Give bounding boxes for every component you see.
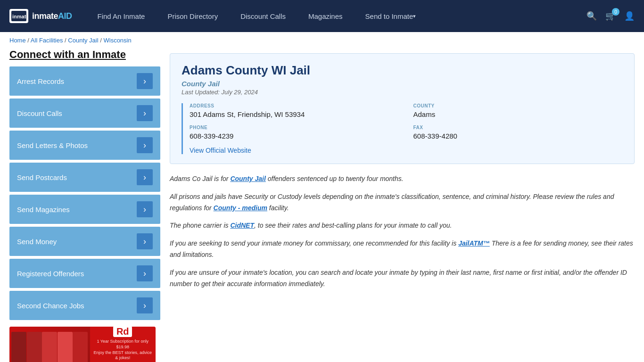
rd-logo: Rd xyxy=(113,327,132,337)
sidebar-btn-arrest-records[interactable]: Arrest Records › xyxy=(9,66,160,96)
sidebar-title: Connect with an Inmate xyxy=(9,49,160,61)
sidebar-btn-discount-calls[interactable]: Discount Calls › xyxy=(9,99,160,128)
breadcrumb: Home / All Facilities / County Jail / Wi… xyxy=(0,32,644,49)
facility-type: County Jail xyxy=(182,80,623,88)
sidebar-btn-send-letters[interactable]: Send Letters & Photos › xyxy=(9,131,160,160)
facility-website-block: View Official Website xyxy=(190,147,399,154)
main-content: Adams County WI Jail County Jail Last Up… xyxy=(170,49,635,362)
breadcrumb-wisconsin[interactable]: Wisconsin xyxy=(103,37,131,44)
main-container: Connect with an Inmate Arrest Records › … xyxy=(0,49,644,362)
cart-icon[interactable]: 🛒 0 xyxy=(605,11,616,21)
desc-para4: If you are seeking to send your inmate m… xyxy=(170,238,635,261)
facility-website-link[interactable]: View Official Website xyxy=(190,147,251,154)
sidebar-btn-send-magazines[interactable]: Send Magazines › xyxy=(9,195,160,224)
desc-para5: If you are unsure of your inmate's locat… xyxy=(170,267,635,290)
county-medium-link[interactable]: County - medium xyxy=(214,204,267,212)
fax-value: 608-339-4280 xyxy=(413,132,623,140)
logo[interactable]: inmate AID inmateAID xyxy=(9,9,72,23)
sidebar-btn-second-chance-jobs[interactable]: Second Chance Jobs › xyxy=(9,291,160,320)
facility-fax-block: FAX 608-339-4280 xyxy=(413,125,623,140)
facility-info-grid: ADDRESS 301 Adams St, Friendship, WI 539… xyxy=(182,103,623,154)
address-label: ADDRESS xyxy=(190,103,399,108)
phone-label: PHONE xyxy=(190,125,399,130)
sidebar-btn-registered-offenders[interactable]: Registered Offenders › xyxy=(9,259,160,288)
ad-subtext: 1 Year Subscription for only $19.98Enjoy… xyxy=(93,339,153,361)
arrow-icon: › xyxy=(137,201,153,217)
fax-label: FAX xyxy=(413,125,623,130)
arrow-icon: › xyxy=(137,265,153,281)
arrow-icon: › xyxy=(137,137,153,153)
sidebar-advertisement[interactable]: Rd 1 Year Subscription for only $19.98En… xyxy=(9,327,156,362)
breadcrumb-home[interactable]: Home xyxy=(9,37,26,44)
arrow-icon: › xyxy=(137,297,153,313)
breadcrumb-county-jail[interactable]: County Jail xyxy=(68,37,98,44)
sidebar-btn-send-postcards[interactable]: Send Postcards › xyxy=(9,163,160,192)
county-label: COUNTY xyxy=(413,103,623,108)
svg-text:inmate: inmate xyxy=(12,14,26,19)
phone-value: 608-339-4239 xyxy=(190,132,399,140)
facility-phone-block: PHONE 608-339-4239 xyxy=(190,125,399,140)
facility-last-updated: Last Updated: July 29, 2024 xyxy=(182,89,623,96)
search-icon[interactable]: 🔍 xyxy=(586,11,597,21)
address-value: 301 Adams St, Friendship, WI 53934 xyxy=(190,110,399,118)
county-jail-link[interactable]: County Jail xyxy=(230,175,265,182)
county-value: Adams xyxy=(413,110,623,118)
cart-badge: 0 xyxy=(612,8,619,16)
logo-text: inmateAID xyxy=(32,11,72,21)
facility-title: Adams County WI Jail xyxy=(182,63,623,78)
nav-prison-directory[interactable]: Prison Directory xyxy=(156,0,229,32)
desc-para1: Adams Co Jail is for County Jail offende… xyxy=(170,173,635,185)
sidebar: Connect with an Inmate Arrest Records › … xyxy=(9,49,160,362)
facility-card: Adams County WI Jail County Jail Last Up… xyxy=(170,53,635,164)
header-icons: 🔍 🛒 0 👤 xyxy=(586,11,635,21)
facility-address-block: ADDRESS 301 Adams St, Friendship, WI 539… xyxy=(190,103,399,118)
nav-send-to-inmate[interactable]: Send to Inmate xyxy=(354,0,428,32)
facility-description: Adams Co Jail is for County Jail offende… xyxy=(170,173,635,289)
arrow-icon: › xyxy=(137,233,153,249)
arrow-icon: › xyxy=(137,169,153,185)
sidebar-btn-send-money[interactable]: Send Money › xyxy=(9,227,160,256)
jailatm-link[interactable]: JailATM™ xyxy=(458,239,490,247)
arrow-icon: › xyxy=(137,73,153,89)
facility-county-block: COUNTY Adams xyxy=(413,103,623,118)
breadcrumb-all-facilities[interactable]: All Facilities xyxy=(31,37,63,44)
logo-icon: inmate AID xyxy=(9,9,28,23)
desc-para3: The phone carrier is CidNET, to see thei… xyxy=(170,220,635,231)
header: inmate AID inmateAID Find An Inmate Pris… xyxy=(0,0,644,32)
ad-books-section xyxy=(9,327,90,362)
main-nav: Find An Inmate Prison Directory Discount… xyxy=(86,0,586,32)
ad-text-section: Rd 1 Year Subscription for only $19.98En… xyxy=(90,327,156,362)
nav-magazines[interactable]: Magazines xyxy=(297,0,354,32)
nav-discount-calls[interactable]: Discount Calls xyxy=(229,0,297,32)
desc-para2: All prisons and jails have Security or C… xyxy=(170,191,635,214)
nav-find-inmate[interactable]: Find An Inmate xyxy=(86,0,157,32)
user-icon[interactable]: 👤 xyxy=(624,11,635,21)
arrow-icon: › xyxy=(137,105,153,121)
cidnet-link[interactable]: CidNET xyxy=(230,222,254,229)
